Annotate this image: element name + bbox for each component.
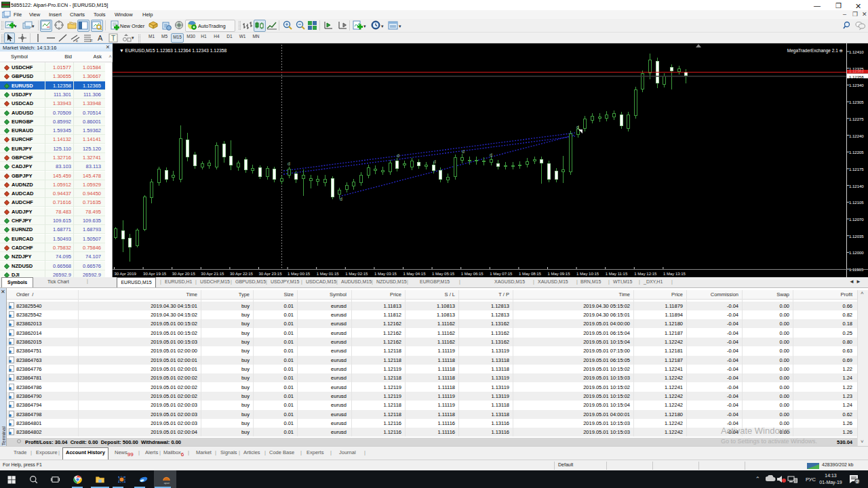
svg-text:1 May 06:15: 1 May 06:15: [461, 272, 484, 276]
svg-text:1 May 09:15: 1 May 09:15: [548, 272, 571, 276]
svg-text:1 May 02:15: 1 May 02:15: [345, 272, 368, 276]
svg-text:d: d: [340, 197, 342, 201]
svg-text:d: d: [576, 125, 579, 129]
svg-text:1 May 04:15: 1 May 04:15: [403, 272, 427, 276]
svg-text:1.12175: 1.12175: [849, 167, 864, 171]
svg-text:1 May 12:15: 1 May 12:15: [634, 272, 657, 276]
svg-text:1.12363: 1.12363: [849, 69, 864, 73]
svg-text:1 May 07:15: 1 May 07:15: [490, 272, 513, 276]
svg-text:30 Apr 22:15: 30 Apr 22:15: [230, 272, 254, 276]
svg-text:1.12305: 1.12305: [849, 100, 864, 104]
svg-text:1.12240: 1.12240: [849, 134, 864, 138]
svg-text:1.12140: 1.12140: [849, 184, 864, 188]
svg-text:1.12358: 1.12358: [849, 75, 864, 79]
svg-text:1 May 05:15: 1 May 05:15: [432, 272, 455, 276]
svg-text:c: c: [76, 39, 78, 43]
svg-text:d: d: [397, 153, 399, 158]
svg-text:1.12340: 1.12340: [849, 83, 864, 87]
svg-text:apari: apari: [164, 482, 170, 485]
svg-text:2: 2: [856, 479, 859, 484]
svg-text:30 Apr 23:15: 30 Apr 23:15: [259, 272, 283, 276]
svg-text:1.11965: 1.11965: [849, 268, 864, 272]
svg-text:1 May 11:15: 1 May 11:15: [606, 272, 628, 276]
svg-text:1.12070: 1.12070: [849, 218, 864, 222]
svg-text:d: d: [462, 149, 465, 154]
svg-text:1 May 10:15: 1 May 10:15: [576, 272, 599, 276]
svg-text:1 May 08:15: 1 May 08:15: [519, 272, 542, 276]
svg-text:F: F: [90, 39, 93, 43]
svg-text:1.12000: 1.12000: [849, 251, 864, 255]
svg-text:1.12410: 1.12410: [849, 50, 864, 54]
svg-text:d: d: [490, 152, 492, 157]
svg-text:d: d: [288, 161, 290, 166]
svg-text:30 Apr 19:15: 30 Apr 19:15: [143, 272, 167, 276]
svg-text:MegaTraderExchange 2.1 ⊕: MegaTraderExchange 2.1 ⊕: [787, 48, 843, 54]
svg-text:1.12105: 1.12105: [849, 201, 864, 205]
svg-text:1.12035: 1.12035: [849, 235, 864, 239]
svg-text:1 May 03:15: 1 May 03:15: [374, 272, 397, 276]
svg-text:A: A: [98, 34, 103, 42]
svg-text:1 May 13:15: 1 May 13:15: [663, 272, 686, 276]
svg-text:1.12275: 1.12275: [849, 117, 864, 121]
svg-text:1 May 01:15: 1 May 01:15: [317, 272, 340, 276]
svg-text:1.12205: 1.12205: [849, 150, 864, 155]
svg-text:30 Apr 20:15: 30 Apr 20:15: [172, 272, 196, 276]
svg-text:d: d: [433, 159, 436, 164]
svg-text:T: T: [111, 35, 115, 42]
svg-text:30 Apr 2019: 30 Apr 2019: [115, 272, 137, 276]
svg-text:1 May 00:15: 1 May 00:15: [288, 272, 311, 276]
svg-text:30 Apr 21:15: 30 Apr 21:15: [201, 272, 224, 276]
svg-text:▼ EURUSD,M15 1.12363 1.12364: ▼ EURUSD,M15 1.12363 1.12364 1.12343 1.1…: [119, 48, 226, 53]
